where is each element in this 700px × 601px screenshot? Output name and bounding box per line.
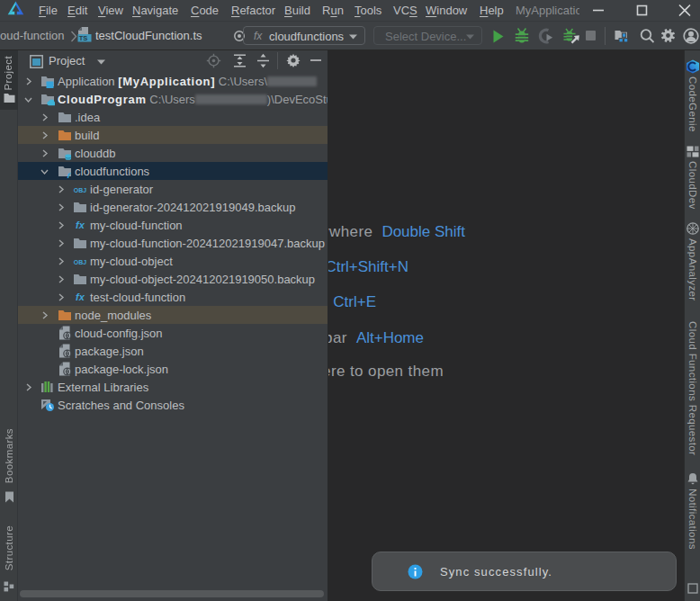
svg-text:fx: fx [76,292,85,302]
svg-text:fx: fx [76,220,85,230]
svg-text:OBJ: OBJ [74,259,87,265]
svg-text:TS: TS [79,34,88,42]
svg-text:OBJ: OBJ [74,187,87,193]
